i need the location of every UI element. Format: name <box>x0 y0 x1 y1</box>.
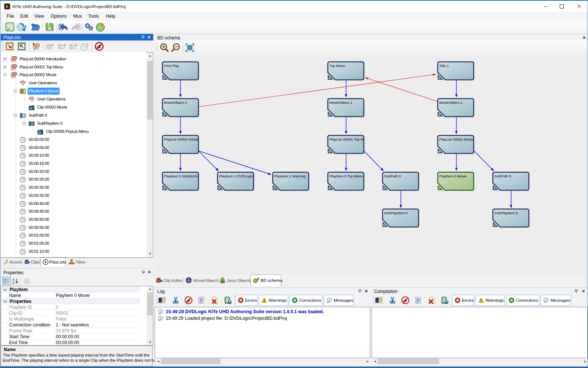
svg-text:MovieObject 0: MovieObject 0 <box>164 100 187 105</box>
svg-text:PlayList 00000 Introduction: PlayList 00000 Introduction <box>164 137 207 141</box>
svg-text:MovieObject 1: MovieObject 1 <box>329 100 352 105</box>
svg-text:PlayItem 1 DVDLogic: PlayItem 1 DVDLogic <box>219 174 253 178</box>
svg-text:SubPath 0: SubPath 0 <box>494 174 511 178</box>
svg-text:Z: Z <box>12 281 14 284</box>
svg-text:PlayItem 0 Top Menu: PlayItem 0 Top Menu <box>329 174 363 178</box>
svg-text:Title 1: Title 1 <box>439 64 449 68</box>
svg-text:PlayList 00002 Movie: PlayList 00002 Movie <box>439 137 474 141</box>
svg-text:SubPath 0: SubPath 0 <box>384 174 401 178</box>
svg-text:Top Menu: Top Menu <box>329 64 345 68</box>
svg-text:MovieObject 2: MovieObject 2 <box>439 100 462 105</box>
svg-text:SubPlayItem 0: SubPlayItem 0 <box>384 211 408 215</box>
svg-text:SubPlayItem 0: SubPlayItem 0 <box>494 211 518 215</box>
svg-text:K: K <box>6 4 9 9</box>
svg-text:First Play: First Play <box>164 64 179 68</box>
svg-text:PlayItem 2 Warning: PlayItem 2 Warning <box>274 174 305 178</box>
svg-text:PlayItem 0 Movie: PlayItem 0 Movie <box>439 174 467 178</box>
svg-text:PlayItem 0 Introduction: PlayItem 0 Introduction <box>164 174 201 178</box>
